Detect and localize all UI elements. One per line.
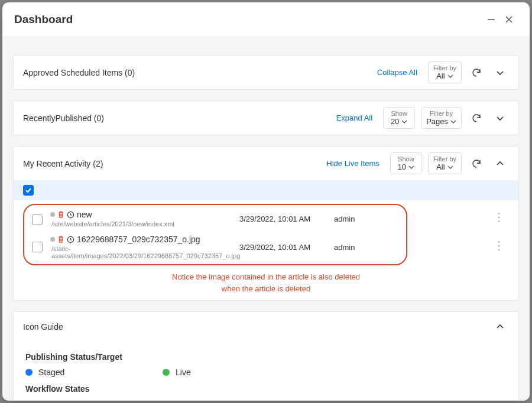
show-label: Show: [391, 110, 407, 117]
icon-guide-panel: Icon Guide Publishing Status/Target Stag…: [13, 311, 519, 401]
show-label: Show: [398, 155, 414, 162]
svg-point-7: [498, 220, 499, 222]
legend-staged: Staged: [25, 368, 155, 377]
table-row: 16229688757_029c732357_o.jpg /static-ass…: [24, 232, 406, 262]
table-row: new /site/website/articles/2021/3/new/in…: [24, 207, 406, 232]
chevron-down-icon: [495, 113, 505, 123]
published-show-dropdown[interactable]: Show 20: [383, 107, 415, 129]
close-icon: [504, 15, 514, 24]
activity-filter-dropdown[interactable]: Filter by All: [428, 152, 462, 174]
refresh-icon: [471, 67, 482, 78]
published-refresh-button[interactable]: [468, 109, 485, 127]
clock-icon: [67, 236, 74, 243]
filter-label: Filter by: [433, 155, 456, 162]
staged-dot-icon: [25, 369, 33, 376]
approved-refresh-button[interactable]: [468, 64, 485, 82]
item-date: 3/29/2022, 10:01 AM: [239, 214, 334, 223]
minimize-icon: [486, 15, 496, 24]
minimize-button[interactable]: [482, 11, 500, 28]
published-expand-toggle[interactable]: [491, 109, 509, 127]
row-checkbox[interactable]: [32, 242, 43, 252]
select-all-bar: [14, 180, 518, 200]
activity-refresh-button[interactable]: [468, 155, 485, 173]
activity-show-dropdown[interactable]: Show 10: [390, 152, 422, 174]
svg-point-8: [498, 241, 499, 243]
legend-deleted: Deleted: [294, 399, 418, 401]
chevron-down-icon: [447, 164, 453, 170]
refresh-icon: [471, 113, 482, 124]
collapse-all-link[interactable]: Collapse All: [372, 68, 422, 77]
published-panel: RecentlyPublished (0) Expand All Show 20…: [13, 100, 519, 135]
new-state-icon: [25, 399, 36, 401]
item-date: 3/29/2022, 10:01 AM: [239, 243, 334, 252]
annotation-note: Notice the image contained in the articl…: [14, 268, 518, 300]
trash-icon: [294, 400, 302, 401]
trash-icon: [57, 211, 64, 219]
activity-panel: My Recent Activity (2) Hide Live Items S…: [13, 146, 519, 301]
status-dot-icon: [50, 212, 55, 217]
chevron-up-icon: [495, 322, 505, 332]
dialog-title: Dashboard: [14, 13, 482, 26]
hide-live-link[interactable]: Hide Live Items: [322, 159, 384, 168]
filter-label: Filter by: [433, 64, 456, 72]
expand-all-link[interactable]: Expand All: [332, 113, 377, 122]
row-more-button[interactable]: [495, 240, 515, 251]
chevron-up-icon: [495, 159, 505, 168]
svg-point-9: [498, 245, 499, 246]
chevron-down-icon: [408, 164, 414, 170]
published-title: RecentlyPublished (0): [23, 113, 326, 123]
icon-guide-title: Icon Guide: [23, 322, 485, 332]
close-button[interactable]: [500, 11, 518, 28]
svg-point-5: [498, 213, 499, 214]
legend-new: New: [25, 399, 155, 401]
chevron-down-icon: [401, 119, 407, 125]
item-path: /site/website/articles/2021/3/new/index.…: [51, 220, 233, 228]
item-path: /static-assets/item/images/2022/03/29/16…: [51, 245, 233, 259]
row-checkbox[interactable]: [32, 214, 43, 225]
approved-expand-toggle[interactable]: [491, 64, 509, 82]
svg-point-6: [498, 216, 499, 218]
pub-status-heading: Publishing Status/Target: [25, 352, 507, 362]
legend-modified: Modified: [163, 399, 287, 401]
item-user: admin: [334, 214, 387, 223]
approved-filter-dropdown[interactable]: Filter by All: [428, 61, 462, 83]
filter-label: Filter by: [430, 110, 453, 117]
trash-icon: [57, 236, 64, 243]
dialog-header: Dashboard: [2, 2, 530, 37]
chevron-down-icon: [447, 73, 453, 79]
workflow-heading: Workflow States: [25, 384, 507, 394]
item-user: admin: [334, 243, 387, 252]
legend-live: Live: [163, 368, 287, 377]
item-name: 16229688757_029c732357_o.jpg: [77, 235, 200, 244]
refresh-icon: [471, 158, 482, 169]
live-dot-icon: [163, 369, 170, 376]
chevron-down-icon: [450, 119, 456, 125]
activity-collapse-toggle[interactable]: [491, 155, 509, 173]
guide-collapse-toggle[interactable]: [491, 318, 509, 336]
pencil-icon: [163, 400, 172, 401]
approved-panel: Approved Scheduled Items (0) Collapse Al…: [13, 55, 519, 90]
highlight-annotation: new /site/website/articles/2021/3/new/in…: [23, 204, 407, 265]
status-dot-icon: [50, 237, 55, 242]
approved-title: Approved Scheduled Items (0): [23, 68, 366, 77]
published-filter-dropdown[interactable]: Filter by Pages: [421, 107, 462, 129]
more-vertical-icon: [495, 212, 503, 223]
select-all-checkbox[interactable]: [23, 185, 34, 196]
more-vertical-icon: [495, 240, 503, 251]
chevron-down-icon: [495, 68, 505, 77]
row-more-button[interactable]: [495, 212, 515, 223]
activity-title: My Recent Activity (2): [23, 159, 316, 168]
item-name: new: [77, 210, 92, 219]
svg-point-10: [498, 249, 499, 251]
check-icon: [25, 187, 32, 194]
clock-icon: [67, 211, 74, 219]
